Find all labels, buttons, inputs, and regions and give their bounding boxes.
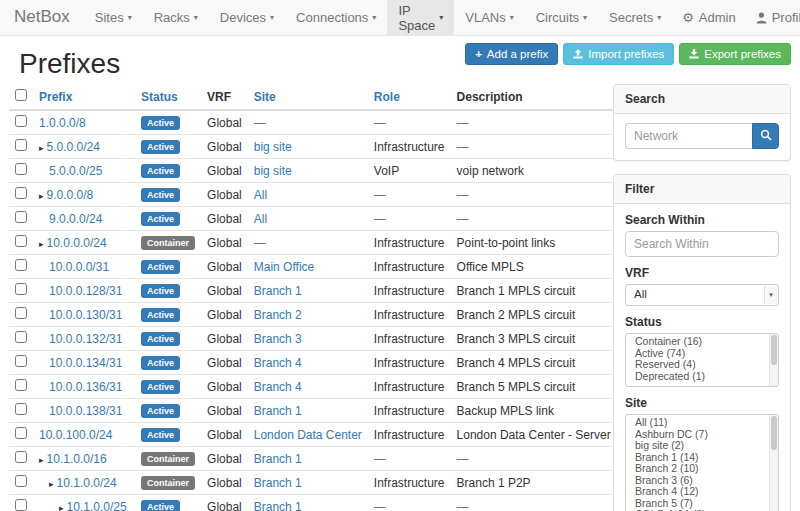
export-icon	[689, 49, 699, 59]
prefix-link[interactable]: 9.0.0.0/8	[47, 188, 94, 202]
prefix-link[interactable]: 10.0.100.0/24	[39, 428, 112, 442]
site-link[interactable]: big site	[254, 140, 292, 154]
export-prefixes-button[interactable]: Export prefixes	[679, 43, 791, 65]
column-header-prefix[interactable]: Prefix	[33, 84, 135, 110]
column-header-role[interactable]: Role	[368, 84, 451, 110]
column-header-site[interactable]: Site	[248, 84, 368, 110]
prefix-link[interactable]: 10.0.0.130/31	[49, 308, 122, 322]
filter-option-container-16-[interactable]: Container (16)	[626, 336, 778, 348]
vrf-select[interactable]: All ▾	[625, 284, 779, 306]
nav-item-circuits[interactable]: Circuits▾	[525, 0, 598, 35]
site-link[interactable]: Branch 2	[254, 308, 302, 322]
row-checkbox[interactable]	[15, 331, 27, 343]
status-badge: Active	[141, 404, 180, 418]
select-all-checkbox[interactable]	[15, 89, 27, 101]
filter-option-branch-2-10-[interactable]: Branch 2 (10)	[626, 463, 778, 475]
status-listbox[interactable]: Container (16)Active (74)Reserved (4)Dep…	[625, 333, 779, 387]
row-checkbox[interactable]	[15, 403, 27, 415]
site-listbox[interactable]: All (11)Ashburn DC (7)big site (2)Branch…	[625, 414, 779, 511]
profile-link[interactable]: Profile	[746, 0, 800, 35]
site-link[interactable]: Branch 1	[254, 500, 302, 511]
prefix-link[interactable]: 5.0.0.0/24	[47, 140, 100, 154]
prefix-link[interactable]: 10.1.0.0/24	[57, 476, 117, 490]
prefix-link[interactable]: 10.0.0.132/31	[49, 332, 122, 346]
search-button[interactable]	[752, 123, 779, 149]
search-within-input[interactable]	[625, 231, 779, 257]
prefix-link[interactable]: 10.0.0.0/31	[49, 260, 109, 274]
filter-option-branch-4-12-[interactable]: Branch 4 (12)	[626, 486, 778, 498]
filter-option-deprecated-1-[interactable]: Deprecated (1)	[626, 371, 778, 383]
site-link[interactable]: Branch 4	[254, 380, 302, 394]
prefix-link[interactable]: 10.0.0.138/31	[49, 404, 122, 418]
prefix-link[interactable]: 1.0.0.0/8	[39, 116, 86, 130]
prefix-link[interactable]: 10.0.0.0/24	[47, 236, 107, 250]
nav-item-ip-space[interactable]: IP Space▾	[387, 0, 454, 35]
site-link[interactable]: Branch 1	[254, 452, 302, 466]
import-prefixes-button[interactable]: Import prefixes	[563, 43, 674, 65]
row-checkbox[interactable]	[15, 427, 27, 439]
prefix-link[interactable]: 10.0.0.136/31	[49, 380, 122, 394]
site-link[interactable]: big site	[254, 164, 292, 178]
nav-item-vlans[interactable]: VLANs▾	[454, 0, 524, 35]
row-checkbox[interactable]	[15, 187, 27, 199]
site-link[interactable]: All	[254, 188, 267, 202]
vrf-value: Global	[207, 212, 242, 226]
site-link[interactable]: All	[254, 212, 267, 226]
row-checkbox[interactable]	[15, 211, 27, 223]
prefix-link[interactable]: 5.0.0.0/25	[49, 164, 102, 178]
app-logo[interactable]: NetBox	[0, 0, 84, 35]
search-input[interactable]	[625, 123, 752, 149]
site-link[interactable]: Main Office	[254, 260, 314, 274]
status-filter-label: Status	[625, 315, 779, 329]
row-checkbox[interactable]	[15, 355, 27, 367]
admin-link[interactable]: ⚙ Admin	[672, 0, 746, 35]
prefix-link[interactable]: 10.0.0.134/31	[49, 356, 122, 370]
prefix-link[interactable]: 10.0.0.128/31	[49, 284, 122, 298]
site-link[interactable]: Branch 3	[254, 332, 302, 346]
prefix-link[interactable]: 10.1.0.0/16	[47, 452, 107, 466]
row-checkbox[interactable]	[15, 139, 27, 151]
site-link[interactable]: Branch 1	[254, 476, 302, 490]
site-link[interactable]: London Data Center	[254, 428, 362, 442]
site-link[interactable]: Branch 4	[254, 356, 302, 370]
row-checkbox[interactable]	[15, 307, 27, 319]
row-checkbox[interactable]	[15, 499, 27, 511]
vrf-value: Global	[207, 428, 242, 442]
row-checkbox[interactable]	[15, 235, 27, 247]
prefix-link[interactable]: 9.0.0.0/24	[49, 212, 102, 226]
row-checkbox[interactable]	[15, 163, 27, 175]
row-checkbox[interactable]	[15, 451, 27, 463]
table-row: 10.0.0.134/31ActiveGlobalBranch 4Infrast…	[9, 351, 664, 375]
caret-down-icon: ▾	[372, 13, 376, 22]
filter-option-big-site-2-[interactable]: big site (2)	[626, 440, 778, 452]
add-prefix-button[interactable]: + Add a prefix	[465, 43, 558, 65]
role-value: Infrastructure	[374, 308, 445, 322]
vrf-value: Global	[207, 380, 242, 394]
row-checkbox[interactable]	[15, 475, 27, 487]
column-header-status[interactable]: Status	[135, 84, 201, 110]
nav-item-connections[interactable]: Connections▾	[285, 0, 387, 35]
filter-option-all-11-[interactable]: All (11)	[626, 417, 778, 429]
filter-option-reserved-4-[interactable]: Reserved (4)	[626, 359, 778, 371]
nav-item-racks[interactable]: Racks▾	[143, 0, 209, 35]
site-link[interactable]: Branch 1	[254, 404, 302, 418]
nav-item-secrets[interactable]: Secrets▾	[598, 0, 672, 35]
table-row: ▸10.1.0.0/24ContainerGlobalBranch 1Infra…	[9, 471, 664, 495]
nav-item-devices[interactable]: Devices▾	[209, 0, 285, 35]
status-badge: Active	[141, 356, 180, 370]
row-checkbox[interactable]	[15, 115, 27, 127]
search-panel: Search	[613, 84, 791, 161]
row-checkbox[interactable]	[15, 259, 27, 271]
role-value: —	[374, 212, 386, 226]
role-value: Infrastructure	[374, 332, 445, 346]
nav-item-sites[interactable]: Sites▾	[84, 0, 143, 35]
status-badge: Active	[141, 284, 180, 298]
row-checkbox[interactable]	[15, 283, 27, 295]
row-checkbox[interactable]	[15, 379, 27, 391]
scrollbar[interactable]	[769, 334, 778, 386]
scrollbar[interactable]	[769, 415, 778, 511]
description-value: —	[457, 140, 469, 154]
site-link[interactable]: Branch 1	[254, 284, 302, 298]
prefix-link[interactable]: 10.1.0.0/25	[67, 500, 127, 511]
filter-panel: Filter Search Within VRF All ▾ Status Co…	[613, 174, 791, 511]
